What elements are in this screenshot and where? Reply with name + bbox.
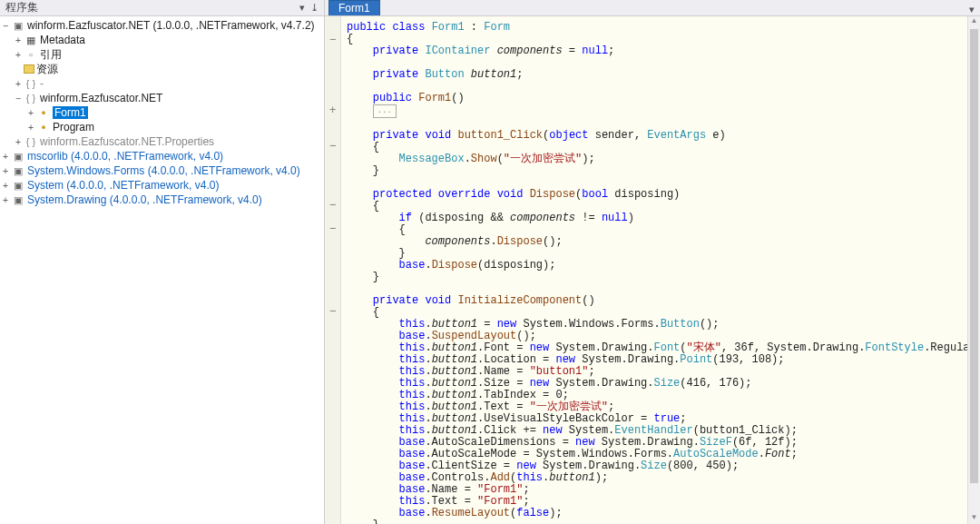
tree-expander-icon[interactable]: + bbox=[13, 35, 24, 45]
gutter-fold-icon bbox=[325, 470, 340, 482]
tree-item-label: 资源 bbox=[36, 62, 58, 77]
code-line[interactable]: public class Form1 : Form bbox=[347, 22, 980, 34]
collapsed-region[interactable]: ... bbox=[373, 104, 397, 118]
code-line[interactable]: private IContainer components = null; bbox=[347, 45, 980, 57]
tree-item-label: Form1 bbox=[53, 106, 88, 119]
tree-expander-icon[interactable]: + bbox=[0, 181, 11, 191]
tree-item[interactable]: +▣mscorlib (4.0.0.0, .NETFramework, v4.0… bbox=[0, 149, 324, 163]
gutter-fold-icon bbox=[325, 400, 340, 411]
tree-expander-icon[interactable]: + bbox=[13, 79, 24, 89]
gutter-fold-icon bbox=[325, 459, 340, 470]
tab-overflow-icon[interactable]: ▾ bbox=[964, 4, 980, 15]
tree-item[interactable]: −winform.Eazfuscator.NET bbox=[0, 91, 324, 105]
gutter-fold-icon bbox=[325, 341, 340, 352]
gutter-fold-icon bbox=[325, 246, 340, 258]
assembly-icon: ▣ bbox=[11, 164, 25, 177]
ns-icon bbox=[24, 135, 38, 148]
panel-dropdown-icon[interactable]: ▾ bbox=[299, 2, 305, 14]
tree-item[interactable]: +▫引用 bbox=[0, 47, 324, 62]
gutter-fold-icon bbox=[325, 152, 340, 163]
tree-item-label: System (4.0.0.0, .NETFramework, v4.0) bbox=[27, 179, 219, 192]
pin-icon[interactable]: ⤓ bbox=[310, 2, 318, 14]
gutter-fold-icon bbox=[325, 81, 340, 93]
tree-item[interactable]: +▣System.Windows.Forms (4.0.0.0, .NETFra… bbox=[0, 163, 324, 178]
tree-expander-icon[interactable]: − bbox=[13, 94, 24, 104]
code-line[interactable]: private Button button1; bbox=[347, 69, 980, 81]
code-line[interactable]: base.ResumeLayout(false); bbox=[347, 508, 980, 519]
tree-item-label: winform.Eazfuscator.NET (1.0.0.0, .NETFr… bbox=[27, 19, 315, 32]
code-line[interactable]: private void button1_Click(object sender… bbox=[347, 130, 980, 142]
code-gutter: −+−−−− bbox=[325, 16, 341, 524]
gutter-fold-icon[interactable]: − bbox=[325, 199, 340, 211]
tree-item-label: System.Drawing (4.0.0.0, .NETFramework, … bbox=[27, 193, 262, 206]
gutter-fold-icon[interactable]: − bbox=[325, 140, 340, 152]
gutter-fold-icon bbox=[325, 411, 340, 423]
tree-item[interactable]: +▦Metadata bbox=[0, 33, 324, 47]
gutter-fold-icon bbox=[325, 69, 340, 81]
tree-expander-icon[interactable]: + bbox=[0, 166, 11, 176]
gutter-fold-icon[interactable]: − bbox=[325, 34, 340, 45]
tree-expander-icon[interactable]: + bbox=[0, 195, 11, 205]
code-line[interactable]: } bbox=[347, 165, 980, 177]
assembly-icon: ▣ bbox=[11, 19, 25, 32]
gutter-fold-icon[interactable]: + bbox=[325, 104, 340, 116]
gutter-fold-icon bbox=[325, 329, 340, 341]
scroll-thumb[interactable] bbox=[970, 29, 978, 483]
tree-expander-icon[interactable]: + bbox=[13, 50, 24, 60]
tree-item[interactable]: +▣System.Drawing (4.0.0.0, .NETFramework… bbox=[0, 193, 324, 207]
tree-item[interactable]: +Form1 bbox=[0, 105, 324, 120]
code-line[interactable]: public Form1() bbox=[347, 93, 980, 104]
gutter-fold-icon bbox=[325, 234, 340, 246]
tree-item[interactable]: +Program bbox=[0, 120, 324, 134]
tree-item-label: mscorlib (4.0.0.0, .NETFramework, v4.0) bbox=[27, 150, 223, 163]
tree-item[interactable]: +- bbox=[0, 76, 324, 91]
tree-expander-icon[interactable]: + bbox=[25, 123, 36, 133]
tree-expander-icon[interactable]: + bbox=[25, 108, 36, 118]
code-editor[interactable]: −+−−−− public class Form1 : Form{ privat… bbox=[325, 16, 980, 524]
code-line[interactable]: if (disposing && components != null) bbox=[347, 213, 980, 224]
tree-item[interactable]: +winform.Eazfuscator.NET.Properties bbox=[0, 134, 324, 149]
code-content[interactable]: public class Form1 : Form{ private ICont… bbox=[341, 16, 980, 524]
gutter-fold-icon[interactable]: − bbox=[325, 222, 340, 234]
code-line[interactable]: } bbox=[347, 519, 980, 524]
ref-icon: ▫ bbox=[24, 48, 38, 61]
tree-item-label: 引用 bbox=[40, 47, 62, 63]
res-icon bbox=[24, 64, 34, 74]
gutter-fold-icon bbox=[325, 518, 340, 524]
code-line[interactable]: ... bbox=[347, 104, 980, 118]
code-line[interactable]: protected override void Dispose(bool dis… bbox=[347, 189, 980, 201]
gutter-fold-icon bbox=[325, 388, 340, 400]
tab-form1[interactable]: Form1 bbox=[328, 0, 380, 15]
tree-item-label: System.Windows.Forms (4.0.0.0, .NETFrame… bbox=[27, 164, 300, 177]
assembly-icon: ▣ bbox=[11, 193, 25, 206]
tree-expander-icon[interactable]: + bbox=[13, 137, 24, 147]
gutter-fold-icon bbox=[325, 423, 340, 435]
gutter-fold-icon bbox=[325, 447, 340, 459]
assembly-tree[interactable]: −▣winform.Eazfuscator.NET (1.0.0.0, .NET… bbox=[0, 16, 325, 524]
gutter-fold-icon bbox=[325, 116, 340, 128]
tree-item[interactable]: −▣winform.Eazfuscator.NET (1.0.0.0, .NET… bbox=[0, 18, 324, 33]
ns-icon bbox=[24, 92, 38, 104]
tree-item[interactable]: +资源 bbox=[0, 62, 324, 76]
code-line[interactable]: MessageBox.Show("一次加密尝试"); bbox=[347, 153, 980, 165]
gutter-fold-icon bbox=[325, 45, 340, 57]
tree-item[interactable]: +▣System (4.0.0.0, .NETFramework, v4.0) bbox=[0, 178, 324, 193]
code-line[interactable]: base.Dispose(disposing); bbox=[347, 260, 980, 272]
assembly-icon: ▣ bbox=[11, 179, 25, 192]
tree-expander-icon[interactable]: − bbox=[0, 21, 11, 31]
code-line[interactable]: components.Dispose(); bbox=[347, 236, 980, 248]
code-line[interactable]: private void InitializeComponent() bbox=[347, 295, 980, 307]
gutter-fold-icon[interactable]: − bbox=[325, 305, 340, 317]
gutter-fold-icon bbox=[325, 57, 340, 69]
metadata-icon: ▦ bbox=[24, 34, 38, 46]
tree-item-label: Program bbox=[53, 121, 94, 133]
gutter-fold-icon bbox=[325, 435, 340, 447]
gutter-fold-icon bbox=[325, 317, 340, 329]
gutter-fold-icon bbox=[325, 494, 340, 506]
tree-item-label: - bbox=[40, 77, 44, 90]
editor-tab-bar: Form1 ▾ bbox=[325, 0, 980, 16]
gutter-fold-icon bbox=[325, 163, 340, 175]
code-line[interactable]: } bbox=[347, 272, 980, 283]
vertical-scrollbar[interactable] bbox=[967, 16, 980, 524]
tree-expander-icon[interactable]: + bbox=[0, 152, 11, 162]
